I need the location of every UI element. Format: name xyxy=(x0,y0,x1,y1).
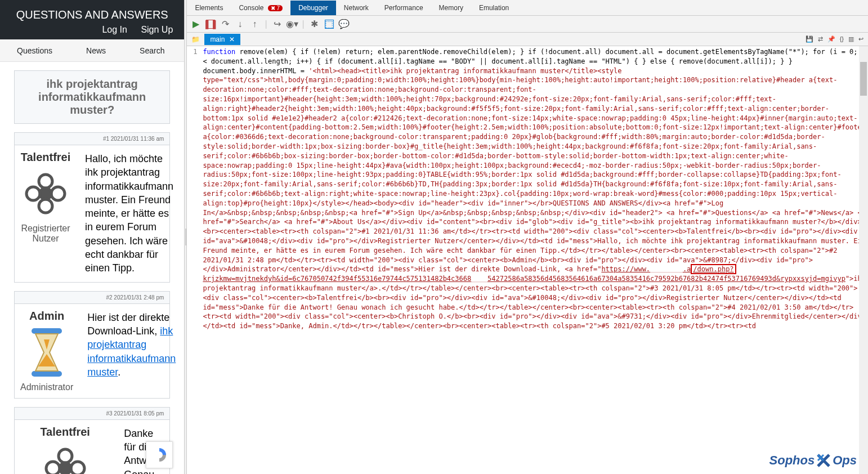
post-user-role: Administrator xyxy=(20,382,73,392)
post-user-col: Talentfrei Registrierter Nutzer xyxy=(15,145,77,282)
post-meta: #3 2021/01/31 8:05 pm xyxy=(15,408,169,420)
svg-point-1 xyxy=(39,175,52,188)
post-user-col: Admin Administrator xyxy=(15,304,79,398)
forum-post: #1 2021/01/31 11:36 am Talentfrei Regist… xyxy=(14,132,170,283)
chat-icon[interactable]: 💬 xyxy=(339,20,348,29)
svg-point-3 xyxy=(26,187,40,200)
post-user-role: Registrierter Nutzer xyxy=(20,223,71,244)
source-toolbar-right: 💾 ⇄ 📌 {} ▥ ↩ xyxy=(806,35,868,43)
question-title: ihk projektantrag informatikkaufmann mus… xyxy=(14,70,170,124)
code-after-url: ">ihk projektantrag informatikkaufmann m… xyxy=(203,275,868,330)
svg-point-11 xyxy=(71,462,84,474)
tab-network[interactable]: Network xyxy=(336,1,377,15)
break-exception-icon[interactable]: ◉▾ xyxy=(288,20,297,29)
post-message: Hier ist der direkte Download-Link, ihk … xyxy=(79,304,184,398)
devtools-panel: Elements Console ✖ 7 Debugger Network Pe… xyxy=(187,0,868,474)
flower-icon xyxy=(40,443,91,474)
post-username: Talentfrei xyxy=(20,426,110,439)
message-text-post: . xyxy=(118,366,120,378)
message-text-pre: Hier ist der direkte Download-Link, xyxy=(87,312,169,337)
pin-icon[interactable]: 📌 xyxy=(827,35,835,43)
file-tab-main[interactable]: main ✕ xyxy=(204,34,240,45)
nav-bar: Questions News Search About Us xyxy=(0,39,184,62)
svg-point-8 xyxy=(59,449,72,463)
file-tab-label: main xyxy=(210,35,225,43)
line-number: 1 xyxy=(188,47,197,57)
save-icon[interactable]: 💾 xyxy=(806,35,813,43)
source-code-pane[interactable]: 1 function remove(elem) { if (!elem) ret… xyxy=(187,46,868,474)
source-file-tabs: 📁 main ✕ 💾 ⇄ 📌 {} ▥ ↩ xyxy=(187,33,868,46)
post-meta: #2 2021/01/31 2:48 pm xyxy=(15,292,169,304)
page-title: QUESTIONS AND ANSWERS xyxy=(0,2,184,21)
tab-console[interactable]: Console ✖ 7 xyxy=(231,1,290,15)
tab-emulation[interactable]: Emulation xyxy=(471,1,517,15)
wrap-icon[interactable]: ↩ xyxy=(858,35,863,43)
tab-memory[interactable]: Memory xyxy=(431,1,471,15)
tab-elements[interactable]: Elements xyxy=(187,1,231,15)
close-icon[interactable]: ✕ xyxy=(229,35,235,43)
source-code[interactable]: function remove(elem) { if (!elem) retur… xyxy=(200,46,868,474)
svg-point-2 xyxy=(39,199,52,213)
code-keyword: function xyxy=(203,48,235,56)
x-icon xyxy=(816,453,831,468)
svg-rect-6 xyxy=(32,371,62,377)
auth-links: Log In Sign Up xyxy=(0,21,184,39)
console-error-badge: ✖ 7 xyxy=(268,5,283,11)
dom-highlight-icon[interactable]: ⬚ xyxy=(325,20,334,29)
forum-post: #2 2021/01/31 2:48 pm Admin Administrato… xyxy=(14,291,170,399)
chart-icon[interactable]: ▥ xyxy=(848,35,854,43)
site-header: QUESTIONS AND ANSWERS Log In Sign Up xyxy=(0,0,184,39)
scroll-thumb[interactable] xyxy=(860,62,867,96)
pretty-print-icon[interactable]: {} xyxy=(840,35,844,43)
step-icon[interactable]: ↪ xyxy=(273,20,282,29)
watermark-text: Sophos xyxy=(769,453,815,468)
step-out-icon[interactable]: ↑ xyxy=(250,20,259,29)
recaptcha-badge[interactable] xyxy=(146,441,173,468)
pause-icon[interactable]: ❚❚ xyxy=(206,20,215,29)
signup-link[interactable]: Sign Up xyxy=(141,25,173,34)
tab-console-label: Console xyxy=(239,4,263,12)
devtools-tabs: Elements Console ✖ 7 Debugger Network Pe… xyxy=(187,0,868,16)
post-username: Admin xyxy=(20,310,73,323)
nav-search[interactable]: Search xyxy=(123,46,181,55)
watermark-text: Ops xyxy=(833,453,857,468)
svg-point-7 xyxy=(60,463,71,474)
tab-performance[interactable]: Performance xyxy=(377,1,431,15)
content-area: ihk projektantrag informatikkaufmann mus… xyxy=(0,62,184,474)
svg-point-0 xyxy=(40,188,51,199)
svg-rect-5 xyxy=(32,328,62,334)
debugger-toolbar: ▶ ❚❚ ↷ ↓ ↑ | ↪ ◉▾ | ✱ ⬚ 💬 xyxy=(187,16,868,33)
code-string: '<html><head><title>ihk projektantrag in… xyxy=(203,67,868,274)
svg-point-10 xyxy=(46,462,60,474)
post-username: Talentfrei xyxy=(20,151,71,164)
step-into-icon[interactable]: ↓ xyxy=(235,20,244,29)
line-gutter: 1 xyxy=(187,46,200,474)
post-user-col: Talentfrei xyxy=(15,420,115,474)
sophos-watermark: Sophos Ops xyxy=(769,453,857,468)
hourglass-icon xyxy=(21,327,72,378)
forum-page: QUESTIONS AND ANSWERS Log In Sign Up Que… xyxy=(0,0,184,474)
vertical-scrollbar[interactable] xyxy=(859,46,868,474)
svg-point-4 xyxy=(51,187,65,200)
break-new-worker-icon[interactable]: ✱ xyxy=(310,20,319,29)
login-link[interactable]: Log In xyxy=(102,25,127,34)
nav-questions[interactable]: Questions xyxy=(0,46,69,55)
folder-icon[interactable]: 📁 xyxy=(187,35,204,43)
post-meta: #1 2021/01/31 11:36 am xyxy=(15,133,169,145)
tab-debugger[interactable]: Debugger xyxy=(290,1,336,15)
play-icon[interactable]: ▶ xyxy=(191,20,200,29)
step-over-icon[interactable]: ↷ xyxy=(221,20,230,29)
highlighted-url-segment: /down.php? xyxy=(691,264,736,274)
nav-news[interactable]: News xyxy=(69,46,123,55)
post-message: Hallo, ich möchte ihk projektantrag info… xyxy=(77,145,182,282)
compare-icon[interactable]: ⇄ xyxy=(818,35,823,43)
flower-icon xyxy=(20,168,71,219)
